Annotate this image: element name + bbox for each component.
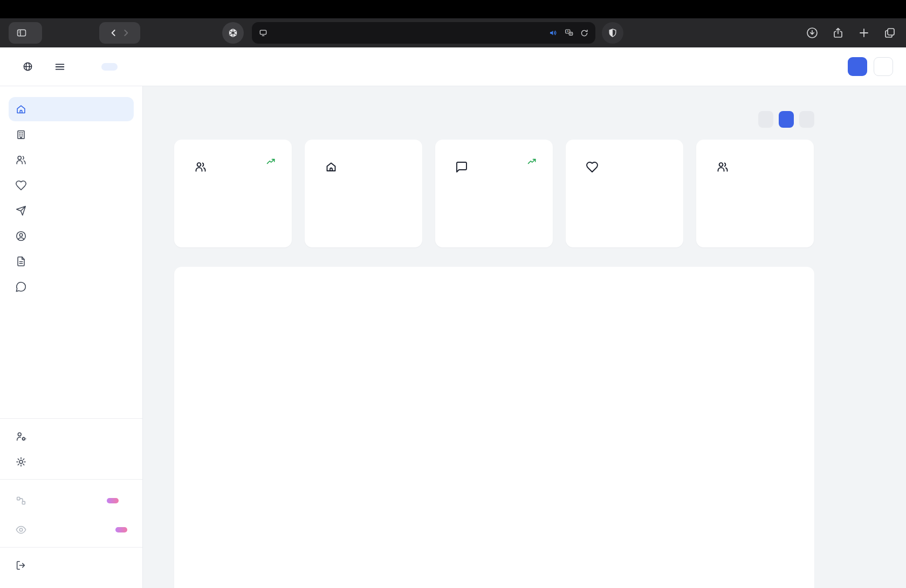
window-titlebar [0, 0, 906, 18]
trend-up-icon [266, 158, 276, 165]
sidebar-item-users[interactable] [9, 224, 134, 248]
browser-toolbar: A [0, 18, 906, 47]
stat-cards [174, 140, 814, 247]
user-circle-icon [15, 230, 27, 242]
trend-badge [266, 158, 279, 165]
extensions-button[interactable] [222, 22, 244, 44]
stat-card-total-listings [305, 140, 422, 247]
back-button[interactable] [108, 27, 119, 38]
trend-badge [527, 158, 540, 165]
period-90d-button[interactable] [799, 111, 814, 128]
activity-line-chart [188, 284, 800, 519]
main-content [143, 86, 906, 588]
nav-buttons [99, 22, 140, 44]
period-switcher [758, 111, 814, 128]
sidebar-item-spy-mode [9, 517, 134, 542]
sidebar-item-favorites[interactable] [9, 173, 134, 197]
divider [0, 418, 142, 419]
period-7d-button[interactable] [758, 111, 773, 128]
heart-icon [579, 154, 606, 181]
divider [0, 547, 142, 548]
send-icon [15, 205, 27, 217]
svg-text:A: A [567, 30, 569, 33]
users-icon [187, 154, 214, 181]
reload-button[interactable] [580, 29, 589, 38]
home-icon [15, 103, 27, 115]
sidebar-item-reviews[interactable] [9, 274, 134, 299]
home-icon [318, 154, 345, 181]
forward-button[interactable] [120, 27, 131, 38]
sidebar-toggle-icon [16, 27, 27, 38]
new-tab-button[interactable] [857, 26, 870, 39]
trend-up-icon [527, 158, 537, 165]
audio-playing-icon[interactable] [548, 28, 558, 38]
sidebar-item-staff[interactable] [9, 424, 134, 448]
translate-icon[interactable]: A [564, 28, 574, 38]
sidebar-item-pages[interactable] [9, 249, 134, 273]
soon-badge [115, 527, 127, 532]
downloads-button[interactable] [806, 26, 819, 39]
period-30d-button[interactable] [779, 111, 794, 128]
language-switcher[interactable] [23, 61, 37, 72]
stat-card-total-requests [435, 140, 553, 247]
sidebar-item-logout[interactable] [9, 553, 134, 577]
tenant-badge[interactable] [101, 63, 118, 71]
shield-icon [607, 27, 618, 38]
chat-bubble-icon [15, 281, 27, 293]
logout-icon [15, 559, 27, 571]
private-browsing-button[interactable] [9, 22, 42, 44]
sidebar-item-home[interactable] [9, 97, 134, 121]
sidebar-item-broadcast[interactable] [9, 198, 134, 223]
menu-button[interactable] [54, 61, 66, 73]
sidebar-item-requests[interactable] [9, 148, 134, 172]
sidebar-item-listings[interactable] [9, 122, 134, 147]
divider [0, 479, 142, 480]
stat-card-total-users [174, 140, 292, 247]
workflow-icon [15, 495, 27, 507]
building-icon [15, 129, 27, 141]
sidebar-item-crm-integration [9, 485, 134, 516]
eye-icon [15, 524, 27, 536]
sidebar [0, 86, 143, 588]
stat-card-dau [696, 140, 814, 247]
users-icon [709, 154, 736, 181]
activity-chart-card [174, 267, 814, 588]
new-listing-button[interactable] [848, 57, 867, 76]
header-settings-button[interactable] [874, 57, 893, 76]
sidebar-item-settings[interactable] [9, 449, 134, 474]
globe-icon [23, 61, 33, 72]
app-header [0, 47, 906, 86]
gear-icon [15, 456, 27, 468]
extensions-icon [227, 27, 239, 39]
user-gear-icon [15, 431, 27, 442]
document-icon [15, 255, 27, 267]
soon-badge [107, 498, 119, 503]
browser-chrome: A [0, 0, 906, 47]
heart-icon [15, 179, 27, 191]
users-icon [15, 154, 27, 166]
share-button[interactable] [832, 26, 845, 39]
hamburger-icon [54, 61, 66, 73]
privacy-shield-button[interactable] [602, 22, 623, 44]
page-appearance-icon[interactable] [258, 28, 268, 38]
url-bar[interactable]: A [252, 22, 595, 44]
stat-card-total-favorites [566, 140, 683, 247]
message-icon [448, 154, 475, 181]
tab-overview-button[interactable] [883, 26, 896, 39]
